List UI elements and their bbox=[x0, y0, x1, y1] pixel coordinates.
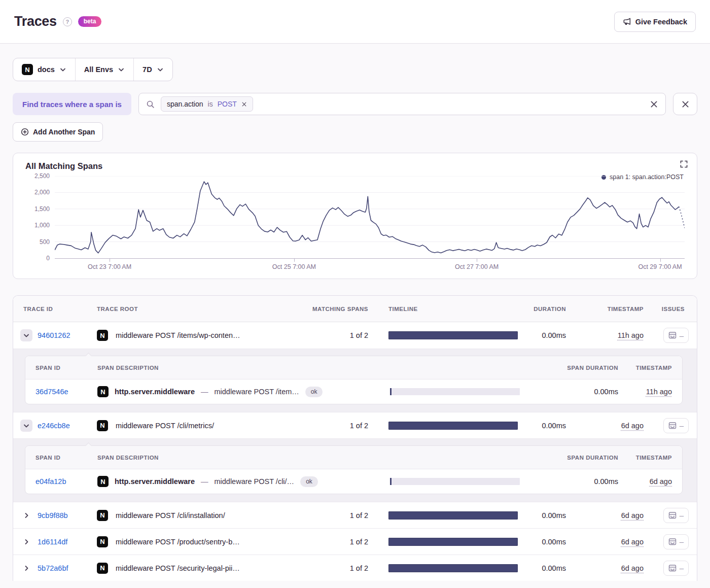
issues-button[interactable]: – bbox=[663, 534, 689, 549]
nextjs-icon: N bbox=[97, 563, 108, 574]
span-timeline-bar[interactable] bbox=[390, 478, 520, 485]
issues-button[interactable]: – bbox=[663, 508, 689, 523]
timeline-bar[interactable] bbox=[388, 564, 518, 572]
col-span-description: SPAN DESCRIPTION bbox=[97, 365, 390, 371]
project-filter[interactable]: N docs bbox=[13, 58, 75, 81]
timeline-bar[interactable] bbox=[388, 422, 518, 430]
col-issues: ISSUES bbox=[644, 306, 697, 312]
table-header-row: TRACE ID TRACE ROOT MATCHING SPANS TIMEL… bbox=[13, 296, 697, 322]
chip-value: POST bbox=[218, 100, 237, 108]
line-chart[interactable] bbox=[55, 176, 685, 258]
span-search-input[interactable]: span.action is POST bbox=[138, 93, 666, 115]
search-clear-icon[interactable] bbox=[650, 100, 658, 109]
span-id-link[interactable]: 36d7546e bbox=[36, 388, 68, 396]
col-timeline: TIMELINE bbox=[368, 306, 520, 312]
expand-trace-button[interactable] bbox=[20, 420, 32, 432]
trace-id-link[interactable]: 94601262 bbox=[38, 331, 70, 339]
timestamp-value[interactable]: 11h ago bbox=[618, 331, 644, 339]
trace-row: 9cb9f88b N middleware POST /cli/installa… bbox=[13, 502, 697, 528]
col-duration: DURATION bbox=[520, 306, 566, 312]
expand-trace-button[interactable] bbox=[20, 562, 32, 574]
nextjs-icon: N bbox=[97, 386, 109, 397]
timestamp-value[interactable]: 6d ago bbox=[621, 511, 644, 520]
matching-spans-value: 1 of 2 bbox=[302, 564, 368, 572]
y-axis-label: 2,000 bbox=[25, 189, 50, 196]
col-trace-root: TRACE ROOT bbox=[97, 306, 302, 312]
expand-chart-button[interactable] bbox=[680, 160, 688, 168]
span-duration-value: 0.00ms bbox=[522, 388, 618, 396]
y-axis-label: 1,000 bbox=[25, 222, 50, 229]
chevron-down-icon bbox=[157, 66, 164, 73]
nextjs-icon: N bbox=[97, 420, 108, 431]
x-axis-label: Oct 25 7:00 AM bbox=[261, 263, 327, 270]
add-another-span-button[interactable]: Add Another Span bbox=[13, 122, 103, 142]
expand-trace-button[interactable] bbox=[20, 509, 32, 522]
issues-button[interactable]: – bbox=[663, 418, 689, 433]
beta-badge: beta bbox=[78, 16, 102, 27]
x-axis-label: Oct 23 7:00 AM bbox=[77, 263, 143, 270]
span-duration-value: 0.00ms bbox=[522, 477, 618, 486]
timestamp-value[interactable]: 6d ago bbox=[621, 564, 644, 572]
megaphone-icon bbox=[623, 17, 631, 26]
search-icon bbox=[146, 100, 155, 109]
col-matching-spans: MATCHING SPANS bbox=[302, 306, 368, 312]
span-timestamp-value[interactable]: 6d ago bbox=[650, 477, 672, 486]
duration-value: 0.00ms bbox=[520, 564, 566, 572]
expanded-spans-section: SPAN ID SPAN DESCRIPTION SPAN DURATION T… bbox=[13, 349, 697, 412]
issues-icon bbox=[668, 538, 677, 546]
issues-button[interactable]: – bbox=[663, 328, 689, 343]
page-title: Traces bbox=[14, 14, 57, 29]
trace-root-text: middleware POST /cli/metrics/ bbox=[116, 422, 214, 430]
chevron-right-icon bbox=[23, 538, 30, 545]
span-description-text: middleware POST /cli/… bbox=[214, 477, 294, 486]
span-row: 36d7546e N http.server.middleware — midd… bbox=[25, 379, 682, 404]
y-axis-label: 2,500 bbox=[25, 172, 50, 180]
col-span-id: SPAN ID bbox=[25, 455, 97, 461]
chevron-down-icon bbox=[23, 422, 30, 429]
expand-trace-button[interactable] bbox=[20, 329, 32, 341]
find-traces-label: Find traces where a span is bbox=[13, 93, 131, 115]
col-span-id: SPAN ID bbox=[25, 365, 97, 371]
date-range-filter[interactable]: 7D bbox=[133, 58, 172, 81]
environment-filter[interactable]: All Envs bbox=[75, 58, 133, 81]
y-axis-label: 0 bbox=[25, 255, 50, 262]
timeline-bar[interactable] bbox=[388, 511, 518, 520]
span-description-text: middleware POST /item… bbox=[214, 388, 299, 396]
chip-remove-icon[interactable] bbox=[241, 101, 247, 107]
issues-count: – bbox=[680, 511, 684, 520]
trace-root-text: middleware POST /cli/installation/ bbox=[116, 511, 225, 520]
trace-id-link[interactable]: 1d6114df bbox=[38, 538, 67, 546]
traces-table: TRACE ID TRACE ROOT MATCHING SPANS TIMEL… bbox=[13, 295, 697, 581]
give-feedback-button[interactable]: Give Feedback bbox=[614, 12, 696, 32]
expand-trace-button[interactable] bbox=[20, 536, 32, 548]
timeline-bar[interactable] bbox=[388, 331, 518, 339]
trace-id-link[interactable]: 9cb9f88b bbox=[38, 511, 68, 520]
timestamp-value[interactable]: 6d ago bbox=[621, 538, 644, 546]
search-filter-chip[interactable]: span.action is POST bbox=[161, 96, 253, 112]
issues-count: – bbox=[680, 564, 684, 572]
y-axis-label: 1,500 bbox=[25, 205, 50, 213]
matching-spans-value: 1 of 2 bbox=[302, 422, 368, 430]
matching-spans-value: 1 of 2 bbox=[302, 331, 368, 339]
matching-spans-value: 1 of 2 bbox=[302, 538, 368, 546]
trace-id-link[interactable]: e246cb8e bbox=[38, 422, 70, 430]
trace-id-link[interactable]: 5b72a6bf bbox=[38, 564, 68, 572]
remove-span-row-button[interactable] bbox=[673, 93, 697, 115]
issues-button[interactable]: – bbox=[663, 561, 689, 576]
span-timestamp-value[interactable]: 11h ago bbox=[646, 388, 672, 396]
timestamp-value[interactable]: 6d ago bbox=[621, 422, 644, 430]
matching-spans-value: 1 of 2 bbox=[302, 511, 368, 520]
span-timeline-bar[interactable] bbox=[390, 388, 520, 395]
duration-value: 0.00ms bbox=[520, 538, 566, 546]
duration-value: 0.00ms bbox=[520, 511, 566, 520]
timeline-bar[interactable] bbox=[388, 538, 518, 546]
col-span-timestamp: TIMESTAMP bbox=[618, 365, 682, 371]
help-icon[interactable]: ? bbox=[63, 17, 72, 26]
nextjs-icon: N bbox=[22, 64, 33, 75]
span-id-link[interactable]: e04fa12b bbox=[36, 477, 66, 486]
project-filter-label: docs bbox=[38, 65, 55, 74]
issues-count: – bbox=[680, 421, 684, 430]
col-span-description: SPAN DESCRIPTION bbox=[97, 455, 390, 461]
all-matching-spans-panel: All Matching Spans span 1: span.action:P… bbox=[13, 153, 697, 279]
trace-row: e246cb8e N middleware POST /cli/metrics/… bbox=[13, 412, 697, 438]
